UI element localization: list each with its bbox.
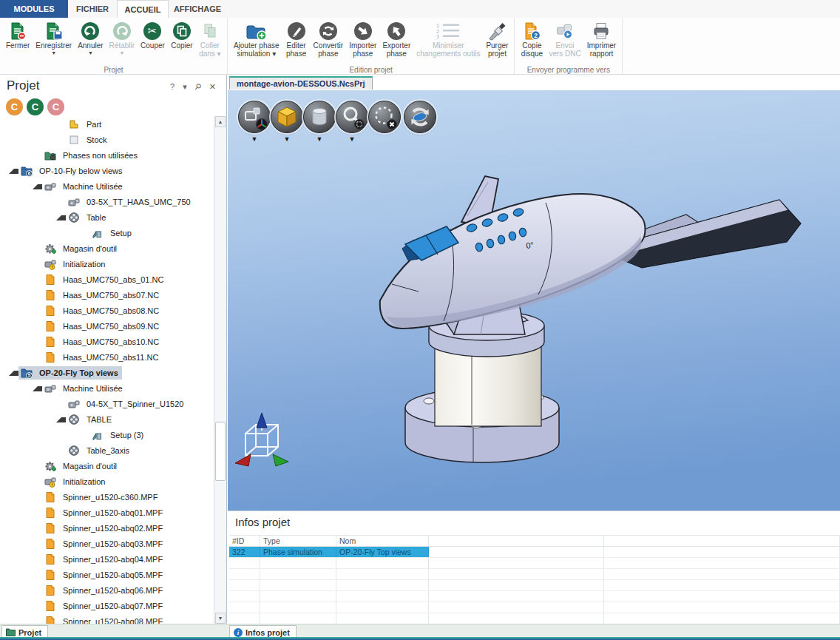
tab-accueil[interactable]: ACCUEIL bbox=[117, 0, 169, 18]
tree-item-haas-umc750-abs-01-nc[interactable]: Haas_UMC750_abs_01.NC bbox=[0, 272, 209, 287]
svg-text:5: 5 bbox=[28, 372, 31, 377]
tab-affichage[interactable]: AFFICHAGE bbox=[169, 0, 226, 18]
chevron-down-icon[interactable]: ▼ bbox=[238, 136, 271, 143]
close-icon[interactable]: ✕ bbox=[209, 82, 216, 91]
tree-item-spinner-u1520-abq07-mpf[interactable]: Spinner_u1520-abq07.MPF bbox=[0, 598, 209, 613]
chevron-down-icon[interactable]: ▼ bbox=[88, 50, 93, 55]
tree-item-label: Haas_UMC750_abs10.NC bbox=[63, 337, 159, 346]
chevron-down-icon[interactable]: ▾ bbox=[183, 82, 187, 91]
importer-phase-button[interactable]: Importerphase bbox=[347, 19, 379, 58]
imprimer-rapport-button[interactable]: Imprimerrapport bbox=[585, 19, 618, 58]
part-display-button[interactable] bbox=[303, 101, 336, 133]
table-cell bbox=[429, 536, 604, 546]
tree-item-phases-non-utilis-es[interactable]: Phases non utilisées bbox=[0, 147, 209, 163]
ncfile-icon bbox=[44, 320, 57, 332]
tree-item-table[interactable]: Table bbox=[0, 209, 209, 225]
tree-item-spinner-u1520-c360-mpf[interactable]: Spinner_u1520-c360.MPF bbox=[0, 489, 209, 505]
tree-scrollbar[interactable]: ▲ ▼ bbox=[214, 116, 226, 624]
tab-fichier[interactable]: FICHIER bbox=[68, 0, 117, 18]
exporter-phase-button[interactable]: Exporterphase bbox=[380, 19, 413, 58]
machine-display-button[interactable] bbox=[238, 101, 271, 133]
table-empty-row[interactable] bbox=[229, 569, 840, 580]
tree-item-haas-umc750-abs10-nc[interactable]: Haas_UMC750_abs10.NC bbox=[0, 334, 209, 349]
tree-item-haas-umc750-abs07-nc[interactable]: Haas_UMC750_abs07.NC bbox=[0, 287, 209, 303]
tree-item-haas-umc750-abs11-nc[interactable]: Haas_UMC750_abs11.NC bbox=[0, 349, 209, 365]
tree-item-setup[interactable]: Setup bbox=[0, 225, 209, 240]
expand-triangle-icon[interactable] bbox=[9, 169, 18, 174]
expand-triangle-icon[interactable] bbox=[33, 184, 42, 189]
expand-triangle-icon[interactable] bbox=[33, 386, 42, 391]
setup-icon bbox=[91, 429, 104, 441]
ribbon-group-edition-projet: Ajouter phasesimulation ▾EditerphaseConv… bbox=[228, 18, 515, 74]
refresh-view-button[interactable] bbox=[404, 101, 436, 133]
tree-item-setup-3[interactable]: Setup (3) bbox=[0, 427, 209, 442]
phase-state-red-icon[interactable]: C bbox=[47, 98, 64, 115]
selection-off-button[interactable] bbox=[368, 101, 401, 133]
chevron-down-icon[interactable]: ▼ bbox=[51, 50, 56, 55]
scroll-up-button[interactable]: ▲ bbox=[215, 116, 226, 127]
tree-item-04-5x-tt-spinner-u1520[interactable]: 04-5X_TT_Spinner_U1520 bbox=[0, 396, 209, 411]
tree-item-op-10-fly-below-views[interactable]: 6OP-10-Fly below views bbox=[0, 163, 209, 178]
tree-item-haas-umc750-abs09-nc[interactable]: Haas_UMC750_abs09.NC bbox=[0, 318, 209, 334]
tree-item-label: Setup bbox=[110, 229, 132, 238]
table-cell bbox=[604, 602, 840, 613]
tree-item-spinner-u1520-abq05-mpf[interactable]: Spinner_u1520-abq05.MPF bbox=[0, 567, 209, 582]
phase-state-orange-icon[interactable]: C bbox=[6, 98, 23, 115]
tree-item-stock[interactable]: Stock bbox=[0, 132, 209, 147]
copier-button[interactable]: Copier bbox=[169, 19, 195, 50]
zoom-button[interactable] bbox=[336, 101, 368, 133]
tab-modules[interactable]: MODULES bbox=[0, 0, 68, 18]
fermer-button[interactable]: Fermer bbox=[4, 19, 32, 50]
tree-item-spinner-u1520-abq03-mpf[interactable]: Spinner_u1520-abq03.MPF bbox=[0, 536, 209, 551]
table-cell bbox=[229, 602, 260, 613]
chevron-down-icon[interactable]: ▼ bbox=[271, 136, 303, 143]
tree-item-spinner-u1520-abq08-mpf[interactable]: Spinner_u1520-abq08.MPF bbox=[0, 613, 209, 624]
table-empty-row[interactable] bbox=[229, 591, 840, 602]
convertir-phase-button[interactable]: Convertirphase bbox=[311, 19, 346, 58]
scrollbar-thumb[interactable] bbox=[215, 422, 226, 481]
enregistrer-button[interactable]: Enregistrer▼ bbox=[33, 19, 74, 55]
copie-disque-button[interactable]: 2Copiedisque bbox=[518, 19, 545, 58]
chevron-down-icon[interactable]: ▼ bbox=[303, 136, 336, 143]
tree-item-spinner-u1520-abq01-mpf[interactable]: Spinner_u1520-abq01.MPF bbox=[0, 505, 209, 520]
table-empty-row[interactable] bbox=[229, 558, 840, 569]
table-empty-row[interactable] bbox=[229, 602, 840, 613]
tree-item-initialization[interactable]: Initialization bbox=[0, 474, 209, 489]
expand-triangle-icon[interactable] bbox=[9, 371, 18, 376]
tree-item-label: Initialization bbox=[63, 260, 105, 269]
phase-state-green-icon[interactable]: C bbox=[27, 98, 44, 115]
expand-triangle-icon[interactable] bbox=[56, 417, 66, 422]
table-empty-row[interactable] bbox=[229, 613, 840, 624]
document-tab[interactable]: montage-avion-DESSOUS.NcsPrj bbox=[229, 76, 373, 90]
tree-item-magasin-d-outil[interactable]: Magasin d'outil bbox=[0, 240, 209, 256]
tree-item-magasin-d-outil[interactable]: Magasin d'outil bbox=[0, 458, 209, 474]
tree-item-machine-utilis-e[interactable]: Machine Utilisée bbox=[0, 380, 209, 396]
tree-item-haas-umc750-abs08-nc[interactable]: Haas_UMC750_abs08.NC bbox=[0, 303, 209, 318]
help-icon[interactable]: ? bbox=[170, 82, 175, 91]
tree-item-03-5x-tt-haas-umc-750[interactable]: 03-5X_TT_HAAS_UMC_750 bbox=[0, 194, 209, 209]
editer-phase-button[interactable]: Editerphase bbox=[283, 19, 310, 58]
pin-icon[interactable]: ⚲ bbox=[193, 81, 203, 92]
table-icon bbox=[67, 212, 81, 223]
tree-item-content: Setup (3) bbox=[89, 428, 147, 442]
tree-item-op-20-fly-top-views[interactable]: 5OP-20-Fly Top views bbox=[0, 365, 209, 380]
tree-item-machine-utilis-e[interactable]: Machine Utilisée bbox=[0, 178, 209, 194]
tree-item-part[interactable]: Part bbox=[0, 116, 209, 132]
tree-item-table-3axis[interactable]: Table_3axis bbox=[0, 442, 209, 458]
purger-projet-button[interactable]: Purgerprojet bbox=[484, 19, 510, 58]
table-row[interactable]: 322Phase simulationOP-20-Fly Top views bbox=[229, 547, 840, 558]
expand-triangle-icon[interactable] bbox=[56, 215, 66, 220]
tree-item-initialization[interactable]: Initialization bbox=[0, 256, 209, 272]
annuler-button[interactable]: Annuler▼ bbox=[75, 19, 105, 55]
viewport-3d[interactable]: 0° ▼▼▼▼ bbox=[228, 90, 840, 511]
stock-display-button[interactable] bbox=[271, 101, 303, 133]
tree-item-table[interactable]: TABLE bbox=[0, 411, 209, 427]
tree-item-spinner-u1520-abq02-mpf[interactable]: Spinner_u1520-abq02.MPF bbox=[0, 520, 209, 536]
table-empty-row[interactable] bbox=[229, 580, 840, 591]
scroll-down-button[interactable]: ▼ bbox=[215, 613, 226, 624]
ajouter-phase-simulation-button[interactable]: Ajouter phasesimulation ▾ bbox=[231, 19, 282, 58]
tree-item-spinner-u1520-abq04-mpf[interactable]: Spinner_u1520-abq04.MPF bbox=[0, 551, 209, 567]
chevron-down-icon[interactable]: ▼ bbox=[336, 136, 368, 143]
couper-button[interactable]: ✂Couper bbox=[138, 19, 167, 50]
tree-item-spinner-u1520-abq06-mpf[interactable]: Spinner_u1520-abq06.MPF bbox=[0, 582, 209, 598]
